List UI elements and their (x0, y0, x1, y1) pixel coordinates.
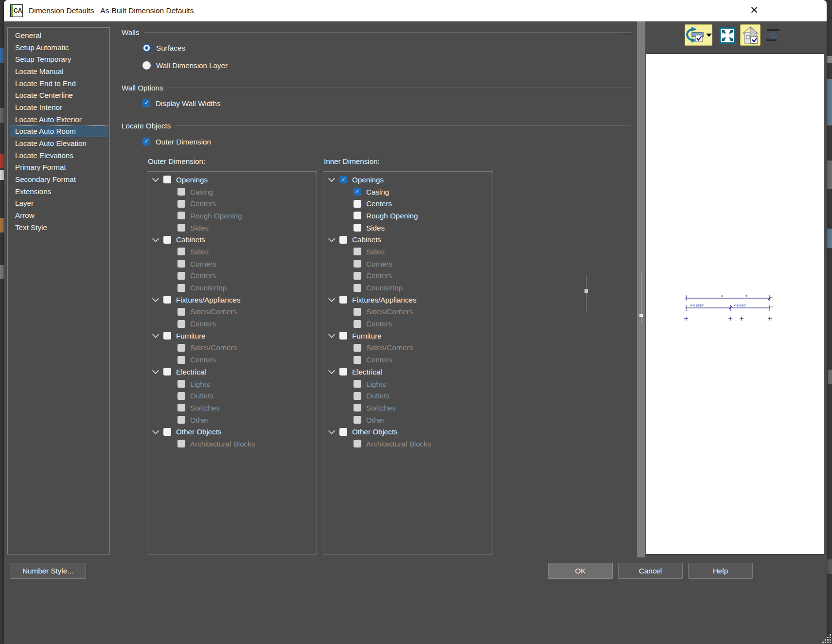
tree-checkbox[interactable] (177, 404, 185, 411)
tree-checkbox[interactable] (354, 416, 361, 424)
chevron-down-icon[interactable] (328, 178, 335, 181)
tree-checkbox[interactable] (177, 380, 185, 388)
chevron-down-icon[interactable] (328, 430, 335, 433)
tree-checkbox[interactable]: ✓ (339, 176, 347, 183)
tree-checkbox[interactable] (354, 272, 361, 280)
title-bar[interactable]: CA Dimension Defaults - As-Built Dimensi… (4, 0, 827, 21)
content-splitter-handle[interactable] (584, 289, 588, 293)
tree-checkbox[interactable] (177, 188, 185, 196)
tree-checkbox[interactable] (163, 176, 171, 183)
tree-row-child: Outlets (147, 390, 317, 402)
tree-checkbox[interactable] (177, 440, 185, 447)
tree-checkbox[interactable] (163, 428, 171, 436)
chevron-down-icon[interactable] (152, 430, 159, 433)
fill-window-button[interactable] (719, 26, 736, 44)
chevron-down-icon[interactable] (328, 334, 335, 337)
cancel-button[interactable]: Cancel (618, 563, 683, 579)
sidebar-item-locate-interior[interactable]: Locate Interior (10, 101, 107, 113)
close-icon[interactable]: ✕ (746, 2, 762, 18)
tree-item-label: Corners (190, 260, 216, 268)
tree-checkbox[interactable] (354, 356, 361, 364)
tree-checkbox[interactable] (354, 260, 361, 268)
preview-splitter-bar[interactable] (637, 21, 645, 557)
sidebar-item-setup-temporary[interactable]: Setup Temporary (10, 53, 107, 65)
sidebar-item-secondary-format[interactable]: Secondary Format (10, 173, 107, 185)
wall-dimension-layer-radio[interactable] (142, 61, 151, 70)
tree-row-child: Sides/Corners (147, 342, 317, 354)
tree-checkbox[interactable] (177, 260, 185, 268)
tree-checkbox[interactable] (354, 308, 361, 316)
saved-defaults-button[interactable] (685, 24, 712, 46)
tree-checkbox[interactable] (354, 224, 361, 232)
chevron-down-icon[interactable] (152, 298, 159, 301)
tree-row-child: Sides/Corners (323, 306, 493, 318)
preview-splitter-handle[interactable] (639, 314, 643, 317)
sidebar-item-general[interactable]: General (10, 29, 107, 41)
tree-checkbox[interactable] (354, 248, 361, 255)
sidebar-item-setup-automatic[interactable]: Setup Automatic (10, 41, 107, 54)
chevron-down-icon[interactable] (328, 298, 335, 301)
tree-checkbox[interactable] (354, 200, 361, 208)
outer-dimension-checkbox[interactable]: ✓ (142, 138, 150, 145)
tree-checkbox[interactable] (339, 368, 347, 376)
house-check-button[interactable] (740, 24, 761, 46)
sidebar-item-arrow[interactable]: Arrow (10, 209, 107, 221)
sidebar-item-extensions[interactable]: Extensions (10, 185, 107, 197)
tree-checkbox[interactable] (354, 320, 361, 328)
tree-checkbox[interactable] (177, 416, 185, 424)
tree-checkbox[interactable] (163, 332, 171, 340)
tree-checkbox[interactable] (339, 332, 347, 340)
tree-checkbox[interactable] (177, 392, 185, 400)
help-button[interactable]: Help (688, 563, 753, 579)
tree-checkbox[interactable] (339, 428, 347, 436)
chevron-down-icon[interactable] (152, 334, 159, 337)
tree-checkbox[interactable] (177, 272, 185, 280)
sidebar-item-locate-auto-room[interactable]: Locate Auto Room (10, 125, 107, 138)
chevron-down-icon[interactable] (328, 238, 335, 241)
sidebar-item-text-style[interactable]: Text Style (10, 221, 107, 233)
tree-checkbox[interactable] (177, 356, 185, 364)
tree-checkbox[interactable] (177, 320, 185, 328)
sidebar-item-locate-manual[interactable]: Locate Manual (10, 65, 107, 77)
sidebar-item-locate-centerline[interactable]: Locate Centerline (10, 89, 107, 101)
resize-grip[interactable] (822, 634, 832, 644)
tree-checkbox[interactable] (163, 296, 171, 304)
chevron-down-icon[interactable] (152, 178, 159, 181)
tree-checkbox[interactable] (354, 404, 361, 411)
tree-checkbox[interactable] (177, 224, 185, 232)
display-wall-widths-checkbox[interactable]: ✓ (142, 99, 150, 107)
tree-checkbox[interactable] (354, 344, 361, 352)
tree-checkbox[interactable] (177, 344, 185, 352)
chevron-down-icon[interactable] (152, 238, 159, 241)
sidebar-item-layer[interactable]: Layer (10, 197, 107, 210)
dimension-defaults-dialog: CA Dimension Defaults - As-Built Dimensi… (4, 0, 827, 644)
tree-checkbox[interactable] (177, 284, 185, 292)
tree-checkbox[interactable] (177, 308, 185, 316)
sidebar-item-locate-auto-exterior[interactable]: Locate Auto Exterior (10, 113, 107, 125)
tree-checkbox[interactable] (354, 440, 361, 447)
tree-item-label: Centers (190, 199, 216, 208)
chevron-down-icon[interactable] (328, 370, 335, 373)
number-style-button[interactable]: Number Style... (10, 563, 86, 579)
tree-checkbox[interactable] (163, 368, 171, 376)
ok-button[interactable]: OK (548, 563, 613, 579)
content-splitter-line[interactable] (586, 275, 586, 312)
tree-checkbox[interactable] (354, 212, 361, 219)
tree-checkbox[interactable] (354, 284, 361, 292)
sidebar-item-locate-end-to-end[interactable]: Locate End to End (10, 77, 107, 89)
update-view-button[interactable] (764, 28, 782, 43)
tree-checkbox[interactable] (354, 380, 361, 388)
sidebar-item-locate-auto-elevation[interactable]: Locate Auto Elevation (10, 137, 107, 149)
surfaces-radio[interactable] (142, 44, 151, 52)
tree-checkbox[interactable] (177, 248, 185, 255)
tree-checkbox[interactable]: ✓ (354, 188, 361, 196)
tree-checkbox[interactable] (163, 236, 171, 244)
tree-checkbox[interactable] (339, 296, 347, 304)
sidebar-item-primary-format[interactable]: Primary Format (10, 161, 107, 174)
chevron-down-icon[interactable] (152, 370, 159, 373)
tree-checkbox[interactable] (177, 212, 185, 219)
tree-checkbox[interactable] (354, 392, 361, 400)
sidebar-item-locate-elevations[interactable]: Locate Elevations (10, 149, 107, 161)
tree-checkbox[interactable] (177, 200, 185, 208)
tree-checkbox[interactable] (339, 236, 347, 244)
